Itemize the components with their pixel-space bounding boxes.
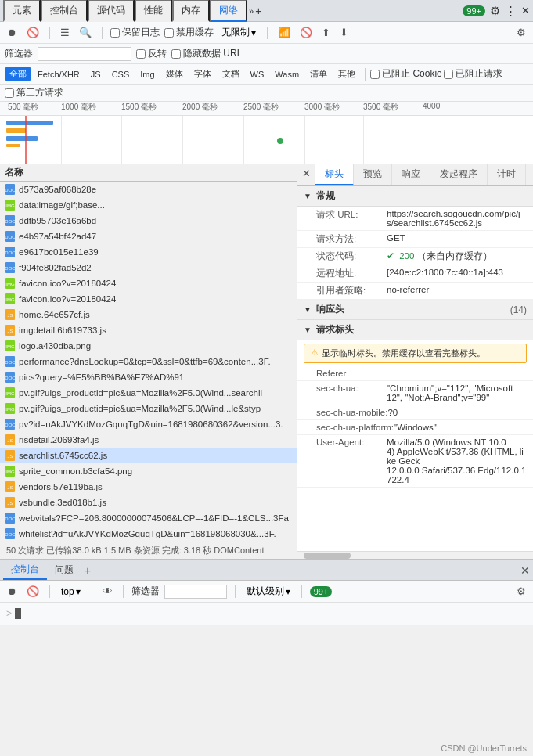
file-list-item[interactable]: JSvsbundle.3ed018b1.js (0, 495, 297, 510)
wifi-icon[interactable]: 📶 (276, 26, 293, 39)
filter-img[interactable]: Img (135, 69, 159, 80)
blocked-cookie-label[interactable]: 已阻止 Cookie (370, 67, 442, 81)
throttle-dropdown[interactable]: 无限制 ▾ (218, 25, 259, 40)
disable-cache-checkbox[interactable] (164, 28, 174, 38)
filter-doc[interactable]: 文档 (218, 67, 244, 81)
tab-sources[interactable]: 源代码 (88, 0, 135, 22)
filter-toggle[interactable]: ☰ (58, 26, 72, 39)
file-list-item[interactable]: JShome.64e657cf.js (0, 307, 297, 322)
filter-other[interactable]: 其他 (333, 67, 360, 81)
filter-media[interactable]: 媒体 (161, 67, 188, 81)
details-tab-headers[interactable]: 标头 (315, 164, 354, 185)
file-list-item[interactable]: DOCe9617bc015e11e39 (0, 244, 297, 260)
svg-text:DOC: DOC (5, 532, 15, 537)
console-filter-input[interactable] (164, 585, 227, 599)
blocked-request-checkbox[interactable] (444, 70, 453, 79)
request-headers-section[interactable]: ▼ 请求标头 (297, 320, 533, 340)
file-list-item[interactable]: JSsearchlist.6745cc62.js (0, 448, 297, 463)
file-list-item[interactable]: DOCperformance?dnsLookup=0&tcp=0&ssl=0&t… (0, 354, 297, 369)
disable-cache-label[interactable]: 禁用缓存 (164, 26, 214, 39)
svg-text:DOC: DOC (5, 250, 15, 255)
third-party-checkbox[interactable] (5, 88, 14, 98)
record-button[interactable]: ⏺ (5, 26, 20, 39)
file-list-item[interactable]: DOCf904fe802fad52d2 (0, 260, 297, 275)
detail-value-method: GET (387, 233, 527, 243)
general-section-header[interactable]: ▼ 常规 (297, 186, 533, 207)
console-stop-icon[interactable]: ⏺ (5, 585, 20, 598)
third-party-label[interactable]: 第三方请求 (5, 86, 63, 99)
console-level-dropdown[interactable]: 默认级别 ▾ (243, 584, 294, 599)
network-settings-icon[interactable]: ⚙ (514, 26, 528, 39)
details-close-icon[interactable]: ✕ (297, 164, 315, 185)
file-list-item[interactable]: DOCwebvitals?FCP=206.80000000074506&LCP=… (0, 510, 297, 526)
filter-css[interactable]: CSS (107, 69, 135, 80)
filter-wasm[interactable]: Wasm (270, 69, 304, 80)
file-list-item[interactable]: IMGpv.gif?uigs_productid=pic&ua=Mozilla%… (0, 385, 297, 401)
search-button[interactable]: 🔍 (77, 26, 94, 39)
scrollbar-thumb[interactable] (304, 553, 351, 559)
close-bottom-panel-button[interactable]: ✕ (520, 564, 530, 577)
filter-input[interactable] (38, 47, 131, 61)
blocked-cookie-checkbox[interactable] (370, 70, 380, 79)
add-tab-button[interactable]: + (255, 5, 261, 17)
upload-icon[interactable]: ⬆ (319, 26, 333, 39)
file-list-item[interactable]: DOCwhitelist?id=uAkJVYKdMozGquqTgD&uin=1… (0, 526, 297, 542)
console-eye-icon[interactable]: 👁 (100, 585, 115, 598)
add-bottom-tab-button[interactable]: + (81, 564, 94, 577)
file-type-icon: JS (5, 309, 16, 320)
hide-data-url-checkbox[interactable] (171, 49, 181, 59)
file-list-item[interactable]: IMGlogo.a430dba.png (0, 338, 297, 354)
details-tab-response[interactable]: 响应 (392, 164, 430, 185)
tab-memory[interactable]: 内存 (172, 0, 210, 22)
file-list-item[interactable]: JSimgdetail.6b619733.js (0, 322, 297, 338)
response-headers-section[interactable]: ▼ 响应头 (14) (297, 300, 533, 320)
filter-manifest[interactable]: 清单 (305, 67, 332, 81)
file-list-item[interactable]: IMGfavicon.ico?v=20180424 (0, 275, 297, 291)
file-list-item[interactable]: DOCe4b97a54bf42ad47 (0, 229, 297, 244)
file-list-item[interactable]: DOCpics?query=%E5%BB%BA%E7%AD%91 (0, 369, 297, 385)
detail-key-url: 请求 URL: (316, 209, 387, 221)
file-list-item[interactable]: IMGsprite_common.b3cfa54.png (0, 463, 297, 479)
settings-icon[interactable]: ⚙ (490, 4, 500, 18)
more-tabs-icon[interactable]: » (249, 6, 254, 16)
filter-font[interactable]: 字体 (189, 67, 216, 81)
file-list-item[interactable]: DOCpv?id=uAkJVYKdMozGquqTgD&uin=16819806… (0, 416, 297, 432)
tab-performance[interactable]: 性能 (135, 0, 172, 22)
blocked-request-label[interactable]: 已阻止请求 (444, 67, 502, 81)
details-tab-timing[interactable]: 计时 (488, 164, 526, 185)
reverse-checkbox[interactable] (136, 49, 146, 59)
download-icon[interactable]: ⬇ (337, 26, 351, 39)
close-devtools-icon[interactable]: ✕ (521, 5, 530, 16)
details-tab-initiator[interactable]: 发起程序 (430, 164, 488, 185)
bottom-tab-console[interactable]: 控制台 (3, 560, 47, 580)
file-list-item[interactable]: DOCddfb95703e16a6bd (0, 213, 297, 229)
tab-elements[interactable]: 元素 (3, 0, 41, 22)
details-tab-preview[interactable]: 预览 (354, 164, 392, 185)
filter-js[interactable]: JS (86, 69, 106, 80)
tab-console[interactable]: 控制台 (41, 0, 88, 22)
warning-text: 显示临时标头。禁用缓存以查看完整标头。 (322, 347, 485, 359)
file-list-item[interactable]: IMGpv.gif?uigs_productid=pic&ua=Mozilla%… (0, 401, 297, 416)
file-list-item[interactable]: IMGfavicon.ico?v=20180424 (0, 291, 297, 307)
detail-row-user-agent: User-Agent: Mozilla/5.0 (Windows NT 10.0… (297, 435, 533, 488)
console-clear-icon[interactable]: 🚫 (24, 585, 41, 598)
console-context-dropdown[interactable]: top ▾ (58, 585, 84, 598)
bottom-tab-issues[interactable]: 问题 (47, 561, 81, 579)
preserve-log-label[interactable]: 保留日志 (110, 26, 160, 39)
file-list-item[interactable]: IMGdata:image/gif;base... (0, 197, 297, 213)
file-list-item[interactable]: JSrisdetail.20693fa4.js (0, 432, 297, 448)
file-list-item[interactable]: JSvendors.57e119ba.js (0, 479, 297, 495)
preserve-log-checkbox[interactable] (110, 28, 120, 38)
clear-button[interactable]: 🚫 (24, 26, 41, 39)
customize-icon[interactable]: ⋮ (505, 4, 517, 18)
tab-network[interactable]: 网络 (210, 0, 247, 22)
file-list-item[interactable]: DOCd573a95af068b28e (0, 182, 297, 197)
gridline-2 (121, 116, 122, 164)
hide-data-url-label[interactable]: 隐藏数据 URL (171, 47, 242, 60)
console-settings-icon[interactable]: ⚙ (514, 585, 528, 598)
filter-fetch-xhr[interactable]: Fetch/XHR (33, 69, 85, 80)
filter-all[interactable]: 全部 (5, 67, 31, 81)
filter-ws[interactable]: WS (246, 69, 269, 80)
reverse-label[interactable]: 反转 (136, 47, 167, 60)
block-requests-icon[interactable]: 🚫 (297, 26, 315, 39)
